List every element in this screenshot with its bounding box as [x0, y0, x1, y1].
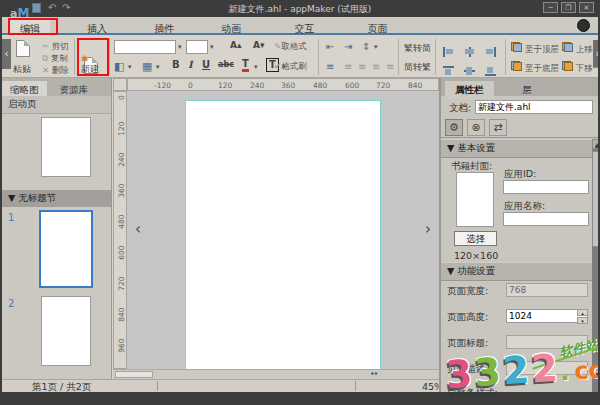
underline-button[interactable]: U	[202, 59, 210, 70]
annotation-box-edit-tab	[8, 18, 58, 35]
bring-to-front-button[interactable]: 至于顶层	[511, 42, 559, 56]
increase-indent-icon[interactable]: ⇥	[344, 41, 352, 52]
align-object-right-icon[interactable]	[485, 42, 496, 61]
delete-button[interactable]: ✕ 删除	[42, 65, 69, 77]
horizontal-scrollbar-thumb[interactable]	[115, 371, 153, 378]
v-tick: 600	[109, 248, 133, 257]
watermark-digits: 3 3 2 2 . cc	[444, 342, 600, 397]
paste-button[interactable]: 粘贴	[13, 63, 31, 76]
select-cover-button[interactable]: 选择	[454, 231, 497, 246]
align-object-left-icon[interactable]	[443, 42, 454, 61]
prev-page-icon[interactable]: ‹	[135, 220, 141, 238]
settings-gear-icon[interactable]: ⚙	[445, 119, 463, 136]
align-center-text-icon[interactable]: ≡	[358, 61, 366, 72]
align-right-text-icon[interactable]: ≡	[372, 61, 380, 72]
cover-size-label: 120×160	[454, 250, 498, 261]
watermark: 软件站 3 3 2 2 . cc	[442, 341, 600, 405]
function-settings-header[interactable]: ▼ 功能设置	[441, 262, 593, 281]
format-painter-button[interactable]: ✔格式刷	[274, 61, 307, 73]
fill-color-icon[interactable]: ◧	[114, 60, 124, 73]
page-height-input[interactable]	[506, 309, 588, 323]
v-tick: 720	[109, 279, 133, 288]
horizontal-scrollbar[interactable]: ↔	[113, 369, 439, 379]
tab-properties[interactable]: 属性栏	[445, 81, 494, 99]
shrink-font-button[interactable]: A▾	[253, 40, 264, 50]
divider	[435, 39, 436, 75]
h-tick: 720	[376, 81, 390, 90]
divider	[505, 39, 506, 75]
vertical-ruler: 0 120 240 360 480 600 720 840 960	[113, 91, 127, 369]
font-size-dropdown-icon[interactable]: ▾	[210, 43, 214, 51]
window-title: 新建文件.ahl - appMaker (试用版)	[2, 3, 598, 16]
font-family-select[interactable]	[114, 40, 176, 54]
border-style-dropdown-icon[interactable]: ▾	[156, 63, 160, 71]
page-width-label: 页面宽度:	[447, 285, 488, 298]
v-tick: 480	[109, 217, 133, 226]
tab-layers[interactable]: 层	[513, 81, 543, 99]
basic-settings-header[interactable]: ▼ 基本设置	[441, 139, 593, 158]
next-page-icon[interactable]: ›	[425, 220, 431, 238]
page-2-thumbnail[interactable]	[41, 296, 91, 366]
grow-font-button[interactable]: A▴	[230, 40, 241, 50]
startup-page-thumbnail[interactable]	[41, 117, 91, 177]
app-menu-icon[interactable]	[577, 19, 590, 32]
send-to-back-icon	[511, 61, 522, 71]
h-tick: 120	[218, 81, 232, 90]
decrease-indent-icon[interactable]: ⇤	[326, 41, 334, 52]
cut-button[interactable]: ✂ 剪切	[42, 41, 69, 53]
simp-to-trad-button[interactable]: 简转繁	[404, 61, 431, 74]
properties-scrollbar-thumb[interactable]	[592, 151, 600, 247]
line-spacing-dropdown-icon[interactable]: ▾	[374, 43, 378, 51]
pick-format-button[interactable]: ✎取格式	[274, 41, 307, 53]
untitled-section-header[interactable]: ▼ 无标题节	[2, 190, 111, 207]
height-spin-down-icon[interactable]: ▾	[577, 317, 588, 324]
maximize-button[interactable]: ❐	[561, 2, 576, 13]
divider	[74, 39, 75, 75]
tab-insert[interactable]: 插入	[77, 20, 117, 37]
document-name-input[interactable]	[475, 100, 593, 114]
font-family-dropdown-icon[interactable]: ▾	[178, 43, 182, 51]
disabled-circle-icon[interactable]: ⊗	[467, 119, 485, 136]
tab-interaction[interactable]: 交互	[284, 20, 324, 37]
app-window: aM ↶ ↷ 新建文件.ahl - appMaker (试用版) ─ ❐ ✕ 编…	[0, 0, 600, 405]
scroll-up-icon[interactable]: ▲	[592, 139, 600, 149]
trad-to-simp-button[interactable]: 繁转简	[404, 42, 431, 55]
font-color-dropdown-icon[interactable]: ▾	[254, 63, 258, 71]
ribbon-collapse-left-icon[interactable]: ‹	[2, 39, 11, 69]
send-to-back-button[interactable]: 至于底层	[511, 61, 559, 75]
bullet-list-icon[interactable]: ≡	[326, 61, 334, 72]
fit-width-icon[interactable]: ↔	[371, 369, 378, 378]
strikethrough-button[interactable]: abc	[218, 60, 234, 69]
italic-button[interactable]: I	[188, 59, 193, 70]
paste-icon[interactable]	[16, 40, 30, 57]
ribbon-expand-right-icon[interactable]: ›	[593, 40, 600, 67]
tab-plugin[interactable]: 插件	[144, 20, 184, 37]
font-size-select[interactable]	[186, 40, 208, 54]
copy-icon: ⧉	[42, 53, 48, 63]
bold-button[interactable]: B	[172, 59, 180, 70]
font-color-button[interactable]: T	[242, 59, 249, 72]
properties-tab-bar: 属性栏 层	[441, 78, 600, 96]
app-name-input[interactable]	[503, 212, 589, 226]
line-spacing-icon[interactable]: ⇕	[362, 41, 370, 52]
document-page[interactable]	[185, 100, 381, 370]
h-tick: 840	[408, 81, 422, 90]
cover-thumbnail[interactable]	[456, 172, 494, 227]
align-object-center-icon[interactable]	[464, 42, 475, 61]
swap-arrows-icon[interactable]: ⇄	[489, 119, 507, 136]
page-2-number: 2	[8, 298, 14, 309]
tab-animation[interactable]: 动画	[211, 20, 251, 37]
minimize-button[interactable]: ─	[543, 2, 558, 13]
page-1-thumbnail[interactable]	[39, 210, 93, 288]
h-tick: 0	[188, 81, 193, 90]
align-left-text-icon[interactable]: ≡	[344, 61, 352, 72]
border-style-icon[interactable]: ▦	[142, 60, 152, 73]
justify-text-icon[interactable]: ≡	[386, 61, 394, 72]
cut-icon: ✂	[42, 41, 49, 51]
tab-page[interactable]: 页面	[357, 20, 397, 37]
app-id-input[interactable]	[503, 180, 589, 194]
height-spin-up-icon[interactable]: ▴	[577, 309, 588, 316]
fill-color-dropdown-icon[interactable]: ▾	[128, 63, 132, 71]
copy-button[interactable]: ⧉ 复制	[42, 53, 68, 65]
close-button[interactable]: ✕	[579, 2, 594, 13]
